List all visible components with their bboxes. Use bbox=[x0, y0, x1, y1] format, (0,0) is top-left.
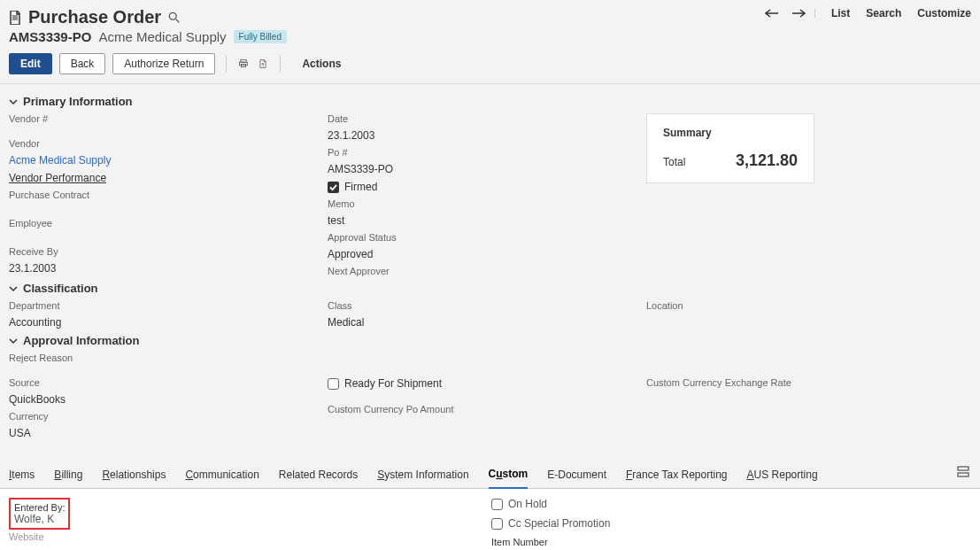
custom-currency-rate-label: Custom Currency Exchange Rate bbox=[646, 377, 971, 388]
export-icon[interactable] bbox=[257, 58, 269, 70]
search-link[interactable]: Search bbox=[866, 7, 901, 19]
customize-link[interactable]: Customize bbox=[917, 7, 971, 19]
list-link[interactable]: List bbox=[831, 7, 850, 19]
actions-menu[interactable]: Actions bbox=[302, 58, 341, 70]
website-label: Website bbox=[9, 531, 491, 542]
chevron-down-icon bbox=[9, 284, 18, 293]
primary-info-toggle[interactable]: Primary Information bbox=[9, 89, 971, 113]
print-icon[interactable] bbox=[237, 58, 250, 70]
edit-button[interactable]: Edit bbox=[9, 53, 52, 74]
vendor-num-label: Vendor # bbox=[9, 113, 328, 124]
class-label: Class bbox=[328, 300, 646, 311]
back-button[interactable]: Back bbox=[59, 53, 106, 74]
status-badge: Fully Billed bbox=[234, 30, 287, 43]
vendor-link[interactable]: Acme Medical Supply bbox=[9, 154, 328, 167]
svg-rect-4 bbox=[958, 467, 968, 470]
source-value: QuickBooks bbox=[9, 393, 328, 406]
location-label: Location bbox=[646, 300, 971, 311]
reject-reason-label: Reject Reason bbox=[9, 352, 328, 363]
date-label: Date bbox=[328, 113, 646, 124]
receive-by-value: 23.1.2003 bbox=[9, 262, 328, 275]
item-number-label: Item Number bbox=[491, 537, 971, 547]
tab-related-records[interactable]: Related Records bbox=[279, 461, 358, 488]
tab-items[interactable]: Items bbox=[9, 461, 35, 488]
tab-custom[interactable]: Custom bbox=[489, 461, 529, 489]
source-label: Source bbox=[9, 377, 328, 388]
tab-system-information[interactable]: System Information bbox=[377, 461, 468, 488]
svg-rect-1 bbox=[241, 60, 246, 63]
document-icon bbox=[9, 11, 21, 25]
purchase-contract-label: Purchase Contract bbox=[9, 190, 328, 200]
tab-communication[interactable]: Communication bbox=[185, 461, 259, 488]
approval-info-toggle[interactable]: Approval Information bbox=[9, 329, 971, 352]
cc-special-label: Cc Special Promotion bbox=[508, 517, 610, 530]
on-hold-checkbox[interactable] bbox=[491, 499, 503, 510]
tab-france-tax[interactable]: France Tax Reporting bbox=[626, 461, 728, 488]
approval-status-value: Approved bbox=[328, 248, 646, 260]
firmed-label: Firmed bbox=[344, 181, 377, 193]
ready-for-shipment-checkbox[interactable] bbox=[328, 378, 339, 390]
tabs-bar: Items Billing Relationships Communicatio… bbox=[0, 461, 980, 489]
authorize-return-button[interactable]: Authorize Return bbox=[112, 53, 215, 74]
back-arrow-icon[interactable] bbox=[765, 9, 779, 18]
forward-arrow-icon[interactable] bbox=[791, 9, 806, 18]
tab-aus-reporting[interactable]: AUS Reporting bbox=[747, 461, 818, 488]
on-hold-label: On Hold bbox=[508, 498, 547, 510]
custom-currency-po-label: Custom Currency Po Amount bbox=[328, 404, 646, 414]
summary-box: Summary Total 3,121.80 bbox=[646, 113, 814, 183]
receive-by-label: Receive By bbox=[9, 246, 328, 257]
next-approver-label: Next Approver bbox=[328, 266, 646, 276]
vendor-label: Vendor bbox=[9, 138, 328, 149]
chevron-down-icon bbox=[9, 337, 18, 345]
svg-rect-5 bbox=[958, 473, 968, 476]
memo-value: test bbox=[328, 214, 646, 227]
entered-by-highlight: Entered By: Wolfe, K bbox=[9, 498, 70, 530]
summary-title: Summary bbox=[663, 127, 798, 139]
page-title: Purchase Order bbox=[28, 7, 161, 27]
class-value: Medical bbox=[328, 316, 646, 329]
memo-label: Memo bbox=[328, 198, 646, 209]
vendor-subtitle: Acme Medical Supply bbox=[98, 29, 226, 44]
summary-total-value: 3,121.80 bbox=[736, 151, 798, 170]
classification-toggle[interactable]: Classification bbox=[9, 276, 971, 300]
entered-by-value: Wolfe, K bbox=[14, 513, 65, 525]
employee-label: Employee bbox=[9, 218, 328, 229]
ready-for-shipment-label: Ready For Shipment bbox=[344, 377, 442, 390]
currency-value: USA bbox=[9, 427, 328, 439]
cc-special-checkbox[interactable] bbox=[491, 518, 503, 530]
layout-icon[interactable] bbox=[957, 466, 969, 478]
svg-rect-2 bbox=[240, 62, 248, 66]
date-value: 23.1.2003 bbox=[328, 129, 646, 142]
po-num-value: AMS3339-PO bbox=[328, 163, 646, 175]
svg-point-0 bbox=[169, 12, 176, 19]
chevron-down-icon bbox=[9, 97, 18, 106]
approval-status-label: Approval Status bbox=[328, 232, 646, 243]
department-label: Department bbox=[9, 300, 328, 311]
entered-by-label: Entered By: bbox=[14, 502, 65, 513]
tab-edocument[interactable]: E-Document bbox=[547, 461, 606, 488]
tab-billing[interactable]: Billing bbox=[54, 461, 82, 488]
po-number: AMS3339-PO bbox=[9, 29, 91, 44]
po-num-label: Po # bbox=[328, 147, 646, 158]
firmed-checkbox[interactable] bbox=[328, 182, 339, 193]
currency-label: Currency bbox=[9, 411, 328, 422]
vendor-performance-link[interactable]: Vendor Performance bbox=[9, 172, 328, 184]
tab-relationships[interactable]: Relationships bbox=[102, 461, 166, 488]
summary-total-label: Total bbox=[663, 156, 685, 168]
search-icon[interactable] bbox=[168, 12, 181, 24]
department-value: Accounting bbox=[9, 316, 328, 329]
